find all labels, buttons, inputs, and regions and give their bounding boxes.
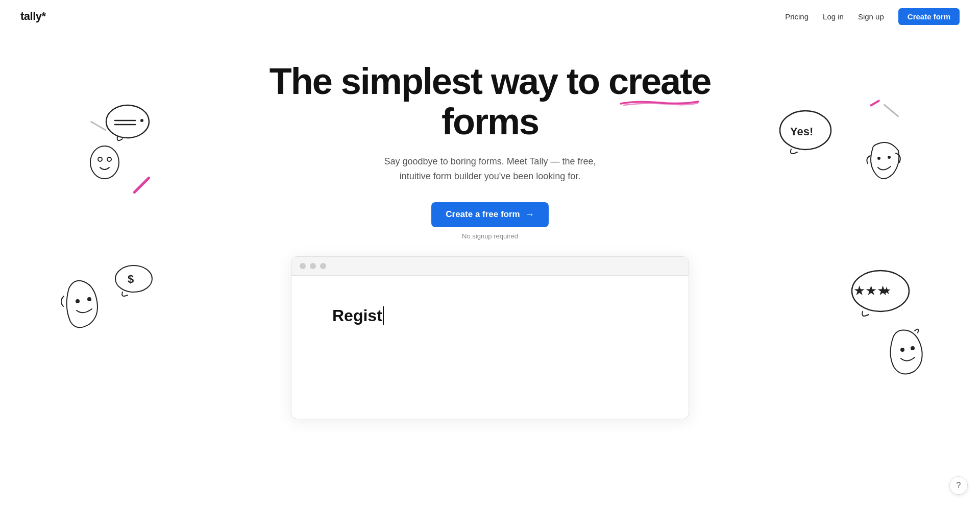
- browser-dot-2: [310, 263, 316, 269]
- cta-area: Create a free form → No signup required: [431, 202, 549, 240]
- svg-point-12: [87, 297, 91, 301]
- svg-point-6: [107, 157, 111, 161]
- doodle-happy-face: [863, 138, 903, 186]
- pink-slash-left: [133, 176, 151, 194]
- svg-point-3: [140, 119, 143, 122]
- signup-link[interactable]: Sign up: [858, 12, 884, 21]
- pink-slash-right: [869, 100, 880, 107]
- hero-title-part1: The simplest way to: [270, 61, 608, 102]
- help-button[interactable]: ?: [949, 476, 968, 495]
- doodle-face-bottomleft: [61, 276, 102, 334]
- svg-text:★: ★: [882, 285, 891, 296]
- svg-text:Yes!: Yes!: [790, 125, 813, 138]
- svg-point-9: [877, 157, 880, 160]
- login-link[interactable]: Log in: [823, 12, 844, 21]
- gray-slash-topright: [883, 104, 899, 117]
- text-cursor: [383, 306, 384, 325]
- doodle-face-bottomright: [883, 327, 929, 380]
- nav-right: Pricing Log in Sign up Create form: [785, 8, 960, 25]
- doodle-speech-topleft: [102, 102, 153, 145]
- svg-point-19: [911, 346, 915, 350]
- cta-arrow-icon: →: [525, 209, 534, 220]
- doodle-stars-bubble: ★★★ ★: [847, 265, 914, 324]
- gray-slash-topleft: [90, 120, 107, 131]
- form-title-typing: Regist: [332, 306, 648, 325]
- hero-title-highlight: create: [608, 61, 710, 102]
- nav-create-form-button[interactable]: Create form: [898, 8, 960, 25]
- browser-mockup: Regist: [291, 256, 689, 419]
- hero-title: The simplest way to create forms: [260, 61, 720, 142]
- browser-content: Regist: [291, 276, 689, 419]
- doodle-face-topleft: [87, 143, 122, 186]
- svg-point-13: [115, 265, 152, 292]
- svg-point-15: [852, 271, 909, 311]
- svg-point-0: [106, 105, 149, 138]
- browser-topbar: [291, 257, 689, 276]
- pricing-link[interactable]: Pricing: [785, 12, 808, 21]
- hero-title-part2: forms: [442, 101, 538, 142]
- svg-text:$: $: [128, 273, 134, 285]
- hero-subtitle: Say goodbye to boring forms. Meet Tally …: [368, 154, 612, 184]
- hero-section: Yes! $: [0, 0, 980, 419]
- no-signup-text: No signup required: [462, 232, 518, 240]
- svg-point-5: [98, 157, 102, 161]
- form-typing-text: Regist: [332, 306, 382, 325]
- svg-point-18: [900, 348, 904, 352]
- svg-point-10: [888, 156, 891, 159]
- browser-dot-1: [300, 263, 306, 269]
- cta-button-label: Create a free form: [446, 209, 520, 220]
- browser-dot-3: [320, 263, 326, 269]
- svg-text:★★★: ★★★: [853, 283, 889, 298]
- svg-point-4: [90, 146, 119, 179]
- doodle-yes-bubble: Yes!: [776, 107, 837, 160]
- svg-point-7: [780, 111, 831, 150]
- svg-point-11: [76, 299, 80, 303]
- navbar: tally* Pricing Log in Sign up Create for…: [0, 0, 980, 33]
- create-free-form-button[interactable]: Create a free form →: [431, 202, 549, 227]
- logo[interactable]: tally*: [20, 10, 46, 23]
- doodle-speech-bottomleft: $: [112, 260, 156, 303]
